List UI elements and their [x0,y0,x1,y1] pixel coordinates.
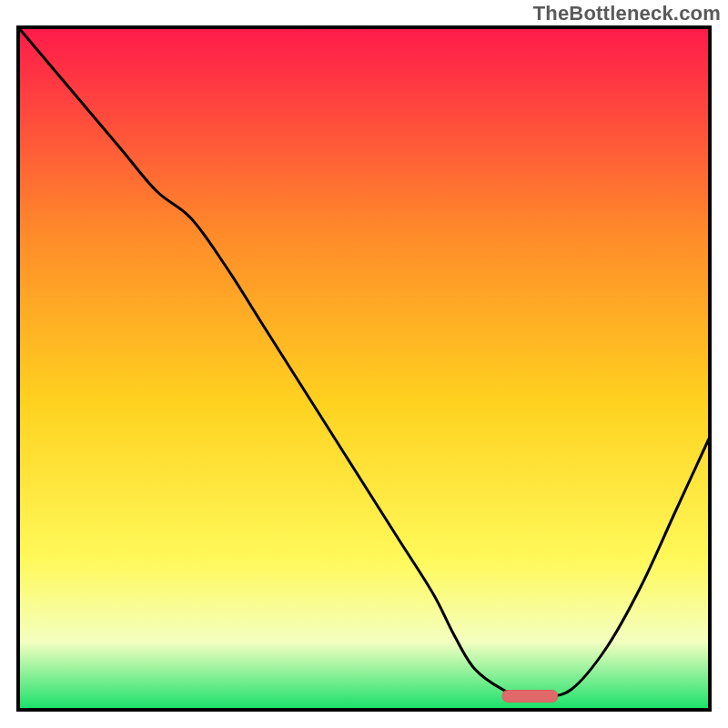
watermark-text: TheBottleneck.com [533,2,721,25]
chart-container: TheBottleneck.com [0,0,728,728]
optimal-marker [502,691,558,703]
plot-background [18,27,710,710]
bottleneck-chart [0,0,728,728]
plot-area [18,27,710,710]
